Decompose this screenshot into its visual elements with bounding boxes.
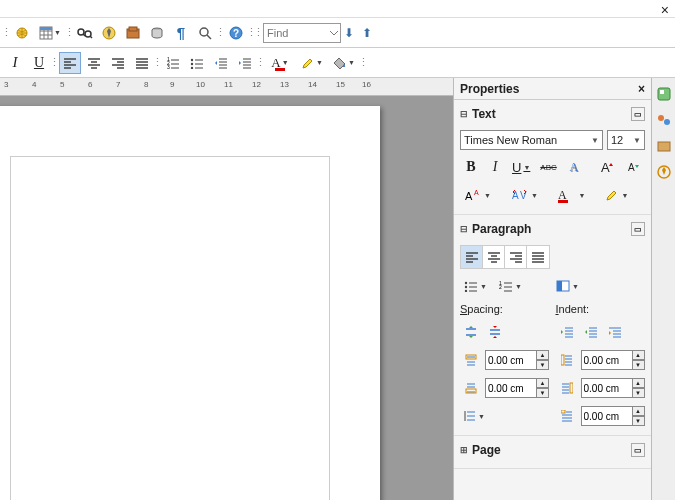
hyperlink-icon[interactable] [11,22,33,44]
space-below-icon [460,377,482,399]
horizontal-ruler[interactable]: 3 4 5 6 7 8 9 10 11 12 13 14 15 16 [0,78,453,96]
properties-tab[interactable] [654,84,674,104]
increase-indent-button[interactable] [234,52,256,74]
italic-button[interactable]: I [484,156,506,178]
section-menu-icon[interactable]: ▭ [631,222,645,236]
bullet-list-button[interactable] [186,52,208,74]
page[interactable] [0,106,380,500]
data-sources-icon[interactable] [146,22,168,44]
table-icon[interactable]: ▼ [35,22,65,44]
hanging-indent-button[interactable] [604,321,626,343]
svg-rect-36 [466,355,476,359]
increase-font-button[interactable]: A [595,156,619,178]
svg-rect-42 [660,90,664,94]
superscript-button[interactable]: AA▼ [460,184,495,206]
document-area[interactable]: 3 4 5 6 7 8 9 10 11 12 13 14 15 16 [0,78,453,500]
navigator-tab[interactable] [654,162,674,182]
align-left-button[interactable] [461,246,483,268]
find-prev-icon[interactable]: ⬇ [341,25,357,41]
svg-text:?: ? [233,28,239,39]
section-menu-icon[interactable]: ▭ [631,107,645,121]
svg-point-44 [664,119,670,125]
background-color-button[interactable]: ▼ [329,52,359,74]
navigator-icon[interactable] [98,22,120,44]
close-panel-icon[interactable]: × [638,82,645,96]
spacing-label: Spacing: [460,303,503,315]
collapse-icon[interactable]: ⊟ [460,109,472,119]
svg-rect-2 [40,27,52,30]
align-right-button[interactable] [107,52,129,74]
text-section-header[interactable]: ⊟ Text ▭ [460,104,645,124]
numbered-list-button[interactable]: 123 [162,52,184,74]
bold-button[interactable]: B [460,156,482,178]
font-color-button[interactable]: A▼ [554,184,590,206]
svg-point-43 [658,115,664,121]
find-input[interactable] [263,23,341,43]
zoom-icon[interactable] [194,22,216,44]
strikethrough-button[interactable]: ABC [536,156,560,178]
svg-text:2: 2 [499,284,502,290]
align-justify-button[interactable] [527,246,549,268]
font-size-select[interactable]: 12 ▼ [607,130,645,150]
indent-label: Indent: [556,303,590,315]
section-menu-icon[interactable]: ▭ [631,443,645,457]
increase-indent-button[interactable] [556,321,578,343]
close-button[interactable]: × [661,2,669,18]
shadow-button[interactable]: A [563,156,585,178]
expand-icon[interactable]: ⊞ [460,445,472,455]
highlight-color-button[interactable]: ▼ [601,184,632,206]
svg-text:2: 2 [167,60,170,66]
svg-point-0 [17,28,27,38]
page-section-title: Page [472,443,501,457]
underline-button[interactable]: U [28,52,50,74]
paragraph-section-header[interactable]: ⊟ Paragraph ▭ [460,219,645,239]
help-icon[interactable]: ? [225,22,247,44]
alignment-group [460,245,550,269]
align-right-button[interactable] [505,246,527,268]
align-justify-button[interactable] [131,52,153,74]
gallery-tab[interactable] [654,136,674,156]
gallery-icon[interactable] [122,22,144,44]
font-color-button[interactable]: A▼ [265,52,295,74]
line-spacing-button[interactable]: ▼ [460,405,489,427]
decrease-spacing-button[interactable] [484,321,506,343]
align-center-button[interactable] [83,52,105,74]
svg-point-3 [78,29,84,35]
text-area[interactable] [10,156,330,500]
font-name-value: Times New Roman [464,134,557,146]
decrease-font-button[interactable]: A [621,156,645,178]
indent-right-input[interactable]: ▲▼ [581,378,645,398]
page-section-header[interactable]: ⊞ Page ▭ [460,440,645,460]
svg-text:1: 1 [499,280,502,286]
space-below-input[interactable]: ▲▼ [485,378,549,398]
svg-rect-9 [129,27,137,31]
increase-spacing-button[interactable] [460,321,482,343]
align-left-button[interactable] [59,52,81,74]
character-spacing-button[interactable]: AV▼ [507,184,542,206]
underline-button[interactable]: U▼ [508,156,534,178]
align-center-button[interactable] [483,246,505,268]
svg-line-4 [83,34,85,36]
nonprinting-icon[interactable]: ¶ [170,22,192,44]
svg-text:3: 3 [167,64,170,69]
svg-rect-35 [557,281,562,291]
decrease-indent-button[interactable] [210,52,232,74]
paragraph-bg-button[interactable]: ▼ [552,275,583,297]
find-replace-icon[interactable] [74,22,96,44]
collapse-icon[interactable]: ⊟ [460,224,472,234]
properties-title: Properties [460,82,519,96]
indent-left-input[interactable]: ▲▼ [581,350,645,370]
italic-button[interactable]: I [4,52,26,74]
bullet-list-button[interactable]: ▼ [460,275,491,297]
styles-tab[interactable] [654,110,674,130]
space-above-input[interactable]: ▲▼ [485,350,549,370]
firstline-indent-input[interactable]: ▲▼ [581,406,645,426]
highlight-button[interactable]: ▼ [297,52,327,74]
paragraph-section: ⊟ Paragraph ▭ ▼ 12▼ ▼ Spacing: [454,215,651,436]
find-next-icon[interactable]: ⬆ [359,25,375,41]
decrease-indent-button[interactable] [580,321,602,343]
svg-rect-40 [561,410,565,413]
svg-rect-37 [561,355,564,365]
numbered-list-button[interactable]: 12▼ [495,275,526,297]
font-name-select[interactable]: Times New Roman ▼ [460,130,603,150]
